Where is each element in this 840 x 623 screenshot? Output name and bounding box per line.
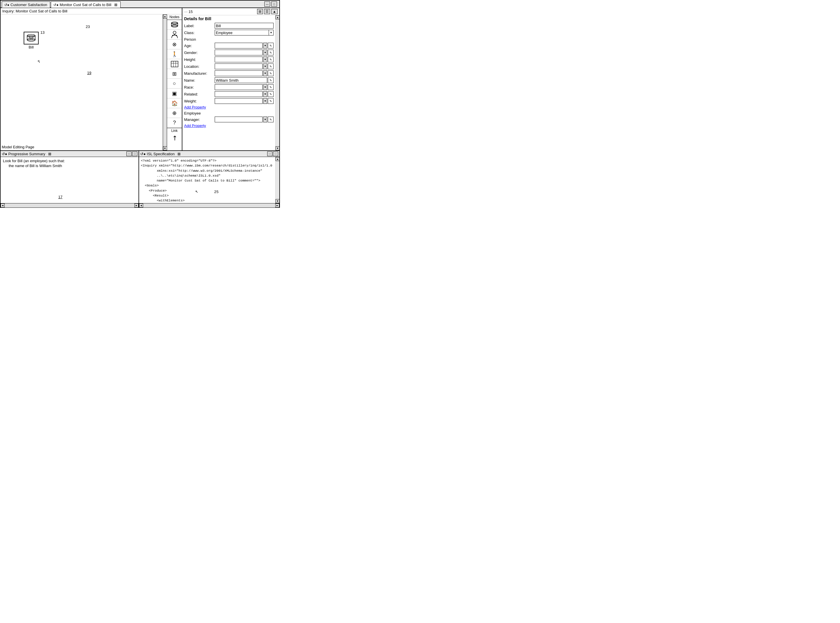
isl-line-10 bbox=[141, 203, 274, 203]
isl-scrollbar-h[interactable]: ◄ ► bbox=[139, 203, 279, 207]
related-edit[interactable]: ✎ bbox=[268, 91, 274, 97]
isl-scroll-track[interactable] bbox=[276, 161, 279, 199]
race-dropdown[interactable]: ▼ bbox=[263, 84, 267, 90]
details-scroll-track[interactable] bbox=[276, 19, 279, 146]
canvas-scrollbar[interactable]: ▲ ▼ bbox=[163, 14, 167, 150]
weight-label: Weight: bbox=[184, 99, 213, 103]
minimize-button[interactable]: — bbox=[264, 2, 270, 7]
progressive-tab-title[interactable]: ↺● Progressive Summary ⊠ bbox=[2, 152, 51, 156]
palette-table-icon[interactable]: ⊞ bbox=[167, 69, 182, 79]
location-edit[interactable]: ✎ bbox=[268, 63, 274, 69]
progressive-minimize[interactable]: — bbox=[126, 152, 132, 156]
progressive-tab-close[interactable]: ⊠ bbox=[48, 152, 51, 156]
list-view-button[interactable]: ☰ bbox=[264, 9, 270, 14]
isl-maximize[interactable]: □ bbox=[273, 152, 278, 156]
isl-scroll-up-btn[interactable]: ▲ bbox=[276, 157, 279, 161]
isl-scroll-track-h[interactable] bbox=[143, 203, 275, 207]
gender-dropdown[interactable]: ▼ bbox=[263, 50, 267, 55]
prog-scroll-track[interactable] bbox=[5, 203, 135, 207]
right-panel-inner: Details for Bill Label: Class: Employee … bbox=[182, 15, 279, 150]
svg-rect-12 bbox=[171, 61, 178, 67]
age-edit[interactable]: ✎ bbox=[268, 43, 274, 49]
bill-node-label: Bill bbox=[29, 45, 34, 49]
isl-tab-close[interactable]: ⊠ bbox=[178, 152, 181, 156]
prog-scroll-left[interactable]: ◄ bbox=[1, 203, 5, 207]
scroll-up-button[interactable]: ▲ bbox=[163, 14, 167, 18]
link-arrow-icon[interactable]: ↗ bbox=[170, 134, 179, 143]
palette-no-icon[interactable]: ⊗ bbox=[167, 40, 182, 49]
isl-scrollbar-v[interactable]: ▲ ▼ bbox=[275, 157, 279, 203]
name-edit[interactable]: ✎ bbox=[268, 77, 274, 83]
gender-edit[interactable]: ✎ bbox=[268, 50, 274, 55]
isl-minimize[interactable]: — bbox=[267, 152, 273, 156]
location-row: Location: ▼ ✎ bbox=[184, 63, 274, 69]
weight-dropdown[interactable]: ▼ bbox=[263, 98, 267, 104]
manufacturer-input[interactable] bbox=[215, 71, 262, 76]
location-input[interactable] bbox=[215, 63, 262, 69]
age-input[interactable] bbox=[215, 43, 262, 49]
class-select-arrow[interactable]: ▼ bbox=[269, 30, 273, 35]
tab-customer-satisfaction[interactable]: ↺● Customer Satisfaction bbox=[2, 2, 50, 8]
manufacturer-row: Manufacturer: ▼ ✎ bbox=[184, 71, 274, 76]
progressive-scrollbar-h[interactable]: ◄ ► bbox=[1, 203, 138, 207]
race-field: ▼ ✎ bbox=[215, 84, 274, 90]
gender-label: Gender: bbox=[184, 51, 213, 55]
isl-scroll-down-btn[interactable]: ▼ bbox=[276, 199, 279, 203]
race-row: Race: ▼ ✎ bbox=[184, 84, 274, 90]
manager-input[interactable] bbox=[215, 117, 262, 122]
canvas-area[interactable]: Bill ᕐ 13 19 23 Model Editing Page ▲ ▼ bbox=[1, 14, 182, 150]
isl-tab-title[interactable]: ↺● ISL Specification ⊠ bbox=[140, 152, 181, 156]
isl-scroll-right[interactable]: ► bbox=[275, 203, 279, 207]
add-property-1-link[interactable]: Add Property bbox=[184, 105, 274, 109]
isl-panel-inner: <?xml version="1.0" encoding="UTF-8"?> <… bbox=[139, 157, 279, 203]
palette-walk-icon[interactable]: 🚶 bbox=[167, 49, 182, 59]
palette-grid-icon[interactable] bbox=[167, 59, 182, 69]
tab-monitor[interactable]: ↺● Monitor Cust Sat of Calls to Bill ⊠ bbox=[51, 2, 120, 8]
class-select[interactable]: Employee ▼ bbox=[215, 30, 274, 35]
scroll-thumb[interactable] bbox=[163, 18, 167, 146]
name-input[interactable]: William Smith bbox=[215, 77, 267, 83]
label-input[interactable] bbox=[215, 23, 274, 29]
scroll-down-button[interactable]: ▼ bbox=[163, 146, 167, 150]
age-dropdown[interactable]: ▼ bbox=[263, 43, 267, 49]
gender-input[interactable] bbox=[215, 50, 262, 55]
location-dropdown[interactable]: ▼ bbox=[263, 63, 267, 69]
weight-input[interactable] bbox=[215, 98, 262, 104]
details-scroll-down-btn[interactable]: ▼ bbox=[276, 146, 279, 150]
height-edit[interactable]: ✎ bbox=[268, 57, 274, 62]
annotation-17: 17 bbox=[58, 195, 62, 199]
add-property-2-link[interactable]: Add Property bbox=[184, 123, 274, 128]
details-scroll-up[interactable]: ▲ bbox=[271, 9, 277, 14]
manager-edit[interactable]: ✎ bbox=[268, 117, 274, 122]
height-input[interactable] bbox=[215, 57, 262, 62]
race-edit[interactable]: ✎ bbox=[268, 84, 274, 90]
race-input[interactable] bbox=[215, 84, 262, 90]
prog-scroll-right[interactable]: ► bbox=[135, 203, 138, 207]
palette-record-icon[interactable]: ▣ bbox=[167, 89, 182, 98]
bill-node[interactable]: Bill bbox=[24, 32, 39, 49]
manufacturer-dropdown[interactable]: ▼ bbox=[263, 71, 267, 76]
section-person: Person bbox=[184, 37, 274, 41]
palette-circle-icon[interactable]: ○ bbox=[167, 79, 182, 89]
progressive-maximize[interactable]: □ bbox=[132, 152, 137, 156]
manufacturer-edit[interactable]: ✎ bbox=[268, 71, 274, 76]
palette-person-icon[interactable] bbox=[167, 30, 182, 40]
grid-view-button[interactable]: ⊞ bbox=[257, 9, 263, 14]
top-section: Inquiry: Monitor Cust Sat of Calls to Bi… bbox=[1, 8, 279, 151]
related-input[interactable] bbox=[215, 91, 262, 97]
manager-dropdown[interactable]: ▼ bbox=[263, 117, 267, 122]
palette-db-icon[interactable] bbox=[167, 20, 182, 30]
weight-edit[interactable]: ✎ bbox=[268, 98, 274, 104]
palette-plus-icon[interactable]: ⊕ bbox=[167, 108, 182, 118]
palette-house-icon[interactable]: 🏠 bbox=[167, 98, 182, 108]
details-scrollbar[interactable]: ▲ ▼ bbox=[275, 15, 279, 150]
annotation-23: 23 bbox=[86, 25, 90, 29]
maximize-button[interactable]: □ bbox=[271, 2, 277, 7]
palette-question-icon[interactable]: ? bbox=[167, 118, 182, 128]
related-dropdown[interactable]: ▼ bbox=[263, 91, 267, 97]
isl-scroll-left[interactable]: ◄ bbox=[139, 203, 143, 207]
height-dropdown[interactable]: ▼ bbox=[263, 57, 267, 62]
details-scroll-up-btn[interactable]: ▲ bbox=[276, 15, 279, 19]
gender-field: ▼ ✎ bbox=[215, 50, 274, 55]
tab2-close[interactable]: ⊠ bbox=[114, 3, 118, 7]
